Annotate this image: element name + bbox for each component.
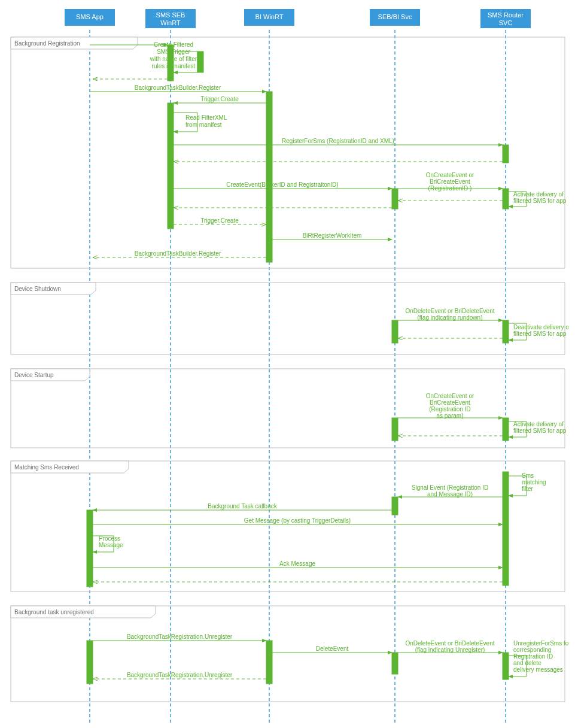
- msg-label: filtered SMS for app: [513, 427, 567, 434]
- msg-label: (Registration ID: [429, 406, 470, 412]
- activation-bar: [503, 653, 509, 680]
- msg-label: CreateEvent(BrokerID and RegistraitonID): [226, 181, 338, 188]
- msg-label: delivery messages: [513, 666, 563, 673]
- activation-bar: [503, 320, 509, 343]
- msg-label: BriCreateEvent: [430, 178, 470, 185]
- participant-sms-seb: SMS SEB WinRT: [145, 9, 196, 28]
- activation-bar: [503, 472, 509, 586]
- frame-background-registration: [11, 37, 565, 268]
- msg-label: BiRtRegisterWorkItem: [303, 232, 362, 239]
- msg-label: Background Task callback: [208, 503, 277, 509]
- activation-bar: [197, 51, 203, 72]
- frame-label: Device Startup: [14, 372, 54, 378]
- frame-label: Device Shutdown: [14, 286, 61, 292]
- msg-label: OnCreateEvent or: [426, 393, 474, 399]
- msg-label: as param): [436, 412, 463, 419]
- msg-label: filter: [522, 486, 534, 492]
- sequence-diagram: SMS App SMS SEB WinRT BI WinRT SEB/BI Sv…: [6, 6, 568, 724]
- msg-label: BackgroundTaskBuilder.Register: [135, 250, 221, 257]
- msg-label: Trigger.Create: [200, 217, 239, 224]
- msg-label: OnDeleteEvent or BriDeleteEvent: [406, 308, 495, 314]
- activation-bar: [503, 418, 509, 441]
- msg-label: rules in manifest: [152, 63, 196, 69]
- participant-label: WinRT: [160, 19, 181, 26]
- msg-label: from manifest: [185, 122, 222, 128]
- msg-label: OnCreateEvent or: [426, 172, 474, 178]
- msg-label: (flag indicating rundown): [418, 314, 483, 321]
- activation-bar: [503, 145, 509, 163]
- msg-label: Trigger.Create: [200, 96, 239, 102]
- msg-label: Signal Event (Registration ID: [412, 484, 488, 491]
- msg-label: (RegistrationID ): [428, 185, 472, 192]
- participant-label: SMS Router: [488, 11, 524, 19]
- participant-sms-router: SMS Router SVC: [480, 9, 531, 28]
- msg-label: Activate delivery of: [513, 421, 564, 427]
- msg-label: filtered SMS for app: [513, 330, 567, 337]
- msg-label: Read FilterXML: [185, 114, 227, 121]
- activation-bar: [87, 641, 93, 684]
- participant-label: BI WinRT: [255, 13, 284, 20]
- activation-bar: [266, 92, 272, 262]
- msg-label: and Message ID): [427, 491, 473, 498]
- msg-label: Ack Message: [279, 560, 315, 567]
- msg-label: BackgroundTaskRegistration.Unregister: [127, 672, 233, 678]
- msg-label: BackgroundTaskBuilder.Register: [135, 84, 221, 91]
- msg-label: RegisterForSms (RegistrationID and XML): [282, 138, 394, 144]
- participant-seb-bi-svc: SEB/BI Svc: [370, 9, 420, 26]
- msg-label: Activate delivery of: [513, 191, 564, 198]
- activation-bar: [392, 418, 398, 441]
- participant-bi-winrt: BI WinRT: [244, 9, 294, 26]
- msg-label: Process: [99, 535, 120, 542]
- frame-bg-unregistered: [11, 606, 565, 702]
- msg-label: with name of filter: [150, 56, 197, 62]
- participant-label: SMS App: [76, 13, 104, 20]
- participant-sms-app: SMS App: [65, 9, 115, 26]
- frame-device-startup: [11, 369, 565, 448]
- frame-matching-sms: [11, 461, 565, 592]
- activation-bar: [392, 497, 398, 515]
- msg-label: UnregisterForSms for: [513, 640, 568, 647]
- activation-bar: [168, 103, 174, 229]
- frame-label: Background Registration: [14, 40, 80, 47]
- msg-label: Deactivate delivery of: [513, 324, 568, 330]
- activation-bar: [392, 320, 398, 343]
- msg-label: and delete: [513, 660, 541, 666]
- msg-label: Create Filtered: [154, 41, 193, 48]
- activation-bar: [503, 189, 509, 209]
- participant-label: SMS SEB: [156, 11, 185, 19]
- activation-bar: [87, 510, 93, 587]
- msg-label: Registration ID: [513, 653, 553, 660]
- msg-label: matching: [522, 479, 546, 486]
- msg-label: (flag indicating Unregister): [415, 647, 485, 653]
- activation-bar: [266, 641, 272, 684]
- msg-label: BriCreateEvent: [430, 399, 470, 406]
- frame-label: Matching Sms Received: [14, 464, 79, 471]
- msg-label: OnDeleteEvent or BriDeleteEvent: [406, 640, 495, 647]
- msg-label: corresponding: [513, 647, 551, 653]
- msg-label: DeleteEvent: [316, 645, 349, 652]
- frame-label: Background task unregistered: [14, 609, 94, 615]
- msg-label: filtered SMS for app: [513, 198, 567, 204]
- msg-label: BackgroundTaskRegistration.Unregister: [127, 633, 233, 640]
- msg-label: Sms: [522, 472, 534, 479]
- activation-bar: [392, 189, 398, 209]
- participant-label: SEB/BI Svc: [378, 13, 412, 20]
- msg-label: Get Message (by casting TriggerDetails): [244, 517, 351, 524]
- activation-bar: [392, 653, 398, 674]
- msg-label: Message: [99, 542, 123, 548]
- participant-label: SVC: [499, 19, 513, 26]
